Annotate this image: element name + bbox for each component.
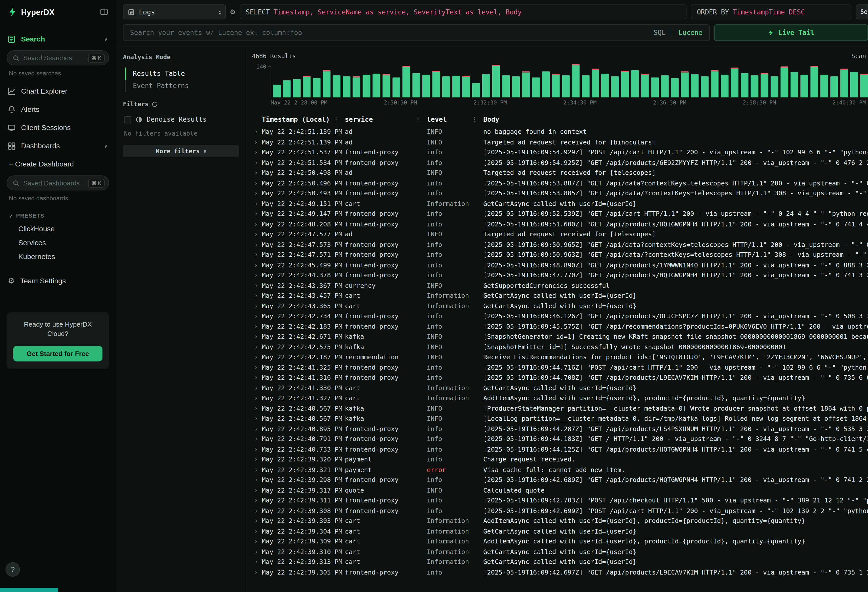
row-expand-chevron-icon[interactable]: › [252,189,262,197]
column-header-timestamp[interactable]: Timestamp (Local)⋮ [262,116,345,124]
table-row[interactable]: ›May 22 2:42:50.493 PMfrontend-proxyinfo… [252,188,868,198]
mode-toggle-lucene[interactable]: Lucene [679,29,703,37]
table-row[interactable]: ›May 22 2:42:39.317 PMquoteINFOCalculate… [252,485,868,495]
row-expand-chevron-icon[interactable]: › [252,210,262,218]
table-row[interactable]: ›May 22 2:42:51.139 PMadINFOno baggage f… [252,127,868,137]
table-row[interactable]: ›May 22 2:42:49.147 PMfrontend-proxyinfo… [252,209,868,219]
histogram-bar[interactable] [293,79,301,97]
table-row[interactable]: ›May 22 2:42:48.208 PMfrontend-proxyinfo… [252,219,868,229]
histogram-bar[interactable] [721,75,729,97]
table-row[interactable]: ›May 22 2:42:39.320 PMpaymentinfoCharge … [252,455,868,465]
histogram-bar[interactable] [561,75,569,97]
row-expand-chevron-icon[interactable]: › [252,435,262,443]
histogram-bar[interactable] [681,72,689,97]
row-expand-chevron-icon[interactable]: › [252,374,262,381]
column-handle-icon[interactable]: ⋮ [333,116,340,124]
histogram-bar[interactable] [611,77,619,97]
histogram-bar[interactable] [532,77,540,97]
table-row[interactable]: ›May 22 2:42:41.316 PMfrontend-proxyinfo… [252,372,868,382]
table-row[interactable]: ›May 22 2:42:44.378 PMfrontend-proxyinfo… [252,270,868,280]
source-select[interactable]: Logs ▲▼ [123,4,226,19]
sidebar-item-client-sessions[interactable]: Client Sessions [0,118,116,137]
histogram-bar[interactable] [522,72,530,97]
row-expand-chevron-icon[interactable]: › [252,230,262,238]
histogram-bar[interactable] [741,73,748,97]
table-row[interactable]: ›May 22 2:42:39.321 PMpaymenterrorVisa c… [252,465,868,475]
histogram-bar[interactable] [751,75,759,97]
histogram-bar[interactable] [821,74,828,97]
row-expand-chevron-icon[interactable]: › [252,149,262,156]
table-row[interactable]: ›May 22 2:42:43.457 PMcartInformationGet… [252,291,868,301]
histogram-bar[interactable] [801,75,809,97]
table-row[interactable]: ›May 22 2:42:42.183 PMfrontend-proxyinfo… [252,321,868,331]
row-expand-chevron-icon[interactable]: › [252,138,262,146]
denoise-checkbox[interactable] [124,116,131,123]
saved-searches-input[interactable]: Saved Searches ⌘ K [7,50,109,65]
table-row[interactable]: ›May 22 2:42:47.577 PMadINFOTargeted ad … [252,229,868,239]
preset-item-clickhouse[interactable]: ClickHouse [0,222,116,236]
row-expand-chevron-icon[interactable]: › [252,323,262,331]
table-row[interactable]: ›May 22 2:42:40.733 PMfrontend-proxyinfo… [252,444,868,454]
histogram-bar[interactable] [641,74,649,97]
row-expand-chevron-icon[interactable]: › [252,343,262,351]
table-row[interactable]: ›May 22 2:42:40.895 PMfrontend-proxyinfo… [252,424,868,434]
lucene-search-input[interactable]: Search your events w/ Lucene ex. column:… [123,24,710,41]
histogram-bar[interactable] [402,66,410,97]
column-handle-icon[interactable]: ⋮ [415,116,421,124]
histogram-bar[interactable] [572,64,580,97]
row-expand-chevron-icon[interactable]: › [252,251,262,258]
help-button[interactable]: ? [6,562,20,577]
row-expand-chevron-icon[interactable]: › [252,159,262,167]
histogram-bar[interactable] [323,70,331,97]
table-row[interactable]: ›May 22 2:42:41.327 PMcartInformationAdd… [252,393,868,403]
table-row[interactable]: ›May 22 2:42:41.330 PMcartInformationGet… [252,383,868,393]
row-expand-chevron-icon[interactable]: › [252,568,262,576]
row-expand-chevron-icon[interactable]: › [252,445,262,453]
row-expand-chevron-icon[interactable]: › [252,292,262,300]
get-started-button[interactable]: Get Started for Free [13,346,102,361]
histogram-bar[interactable] [661,75,669,97]
row-expand-chevron-icon[interactable]: › [252,169,262,177]
table-row[interactable]: ›May 22 2:42:47.573 PMfrontend-proxyinfo… [252,239,868,249]
sidebar-collapse-icon[interactable] [100,8,108,15]
histogram-bar[interactable] [353,77,360,97]
mode-toggle-sql[interactable]: SQL [654,29,666,37]
histogram-bar[interactable] [512,77,520,97]
preset-item-kubernetes[interactable]: Kubernetes [0,250,116,264]
histogram-bar[interactable] [412,73,420,97]
row-expand-chevron-icon[interactable]: › [252,199,262,207]
histogram-bar[interactable] [691,74,699,97]
row-expand-chevron-icon[interactable]: › [252,405,262,412]
histogram-bar[interactable] [771,77,778,97]
table-row[interactable]: ›May 22 2:42:43.367 PMcurrencyINFOGetSup… [252,280,868,291]
table-row[interactable]: ›May 22 2:42:41.325 PMfrontend-proxyinfo… [252,362,868,372]
histogram-bar[interactable] [631,70,639,97]
histogram-bar[interactable] [363,75,371,97]
histogram-bar[interactable] [781,66,788,97]
table-row[interactable]: ›May 22 2:42:51.534 PMfrontend-proxyinfo… [252,157,868,167]
row-expand-chevron-icon[interactable]: › [252,282,262,289]
sidebar-item-search[interactable]: Search ∧ [0,30,116,48]
table-row[interactable]: ›May 22 2:42:45.499 PMfrontend-proxyinfo… [252,260,868,270]
histogram-bar[interactable] [472,83,480,97]
row-expand-chevron-icon[interactable]: › [252,333,262,341]
row-expand-chevron-icon[interactable]: › [252,527,262,535]
row-expand-chevron-icon[interactable]: › [252,394,262,402]
preset-item-services[interactable]: Services [0,236,116,250]
histogram-bar[interactable] [462,76,470,97]
row-expand-chevron-icon[interactable]: › [252,302,262,310]
histogram-bar[interactable] [602,74,610,97]
row-expand-chevron-icon[interactable]: › [252,312,262,320]
histogram-bar[interactable] [621,71,629,97]
row-expand-chevron-icon[interactable]: › [252,425,262,433]
table-row[interactable]: ›May 22 2:42:51.537 PMfrontend-proxyinfo… [252,147,868,157]
sidebar-item-dashboards[interactable]: Dashboards ∧ [0,137,116,155]
saved-dashboards-input[interactable]: Saved Dashboards ⌘ K [7,175,109,190]
row-expand-chevron-icon[interactable]: › [252,179,262,187]
histogram-bar[interactable] [422,75,430,97]
row-expand-chevron-icon[interactable]: › [252,128,262,136]
row-expand-chevron-icon[interactable]: › [252,456,262,464]
table-row[interactable]: ›May 22 2:42:42.671 PMkafkaINFO[Snapshot… [252,331,868,341]
row-expand-chevron-icon[interactable]: › [252,466,262,474]
row-expand-chevron-icon[interactable]: › [252,548,262,555]
